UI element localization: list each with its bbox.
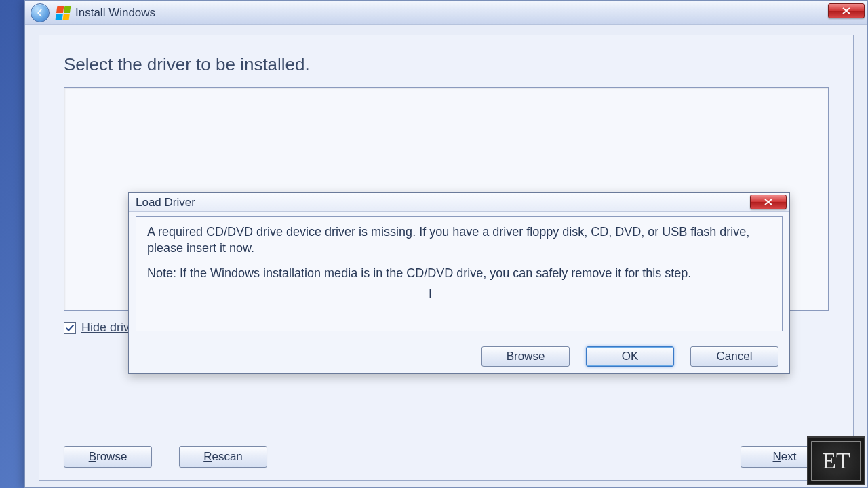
- dialog-message-1: A required CD/DVD drive device driver is…: [147, 224, 771, 257]
- dialog-cancel-button[interactable]: Cancel: [690, 346, 778, 367]
- install-windows-window: Install Windows Select the driver to be …: [24, 0, 868, 488]
- arrow-left-icon: [35, 8, 45, 18]
- titlebar: Install Windows: [25, 1, 867, 25]
- close-icon: [842, 7, 851, 14]
- dialog-button-row: Browse OK Cancel: [481, 346, 778, 367]
- hide-incompatible-checkbox[interactable]: [64, 322, 76, 334]
- page-heading: Select the driver to be installed.: [39, 35, 853, 87]
- rescan-button[interactable]: Rescan: [179, 446, 267, 468]
- close-icon: [764, 199, 773, 205]
- dialog-ok-button[interactable]: OK: [586, 346, 674, 367]
- dialog-title: Load Driver: [136, 196, 195, 209]
- dialog-browse-button[interactable]: Browse: [481, 346, 570, 367]
- window-title: Install Windows: [75, 6, 155, 20]
- browse-button[interactable]: Browse: [64, 446, 152, 468]
- load-driver-dialog: Load Driver A required CD/DVD drive devi…: [128, 192, 790, 374]
- bottom-button-row: Browse Rescan Next: [64, 446, 829, 468]
- dialog-message-2: Note: If the Windows installation media …: [147, 265, 771, 281]
- dialog-titlebar: Load Driver: [129, 193, 789, 212]
- windows-logo-icon: [56, 6, 71, 20]
- window-close-button[interactable]: [828, 3, 865, 18]
- et-watermark: ET: [807, 436, 865, 485]
- back-button[interactable]: [31, 3, 50, 22]
- dialog-message-area: A required CD/DVD drive device driver is…: [136, 216, 783, 331]
- dialog-close-button[interactable]: [750, 195, 787, 209]
- text-cursor-icon: I: [428, 283, 433, 304]
- checkmark-icon: [65, 323, 75, 333]
